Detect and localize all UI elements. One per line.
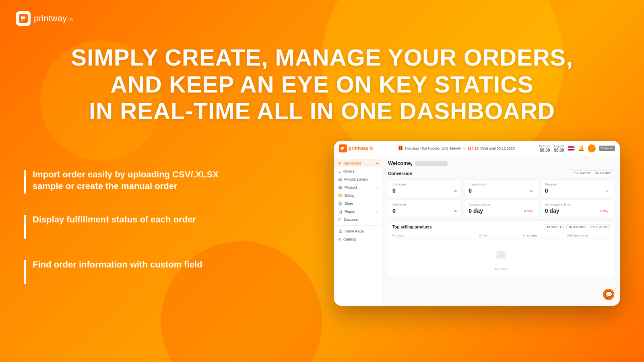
- unpaid-value: $0.00: [554, 148, 564, 152]
- dashboard-icon: ⊞: [338, 161, 341, 165]
- sidebar-item-billing[interactable]: 💳 Billing: [334, 191, 382, 200]
- sidebar-item-artwork[interactable]: 🖼 Artwork Library: [334, 175, 382, 183]
- hero-title: SIMPLY CREATE, MANAGE YOUR ORDERS, AND K…: [0, 44, 644, 125]
- main-logo: printway.io: [16, 11, 73, 26]
- hero-line-1: SIMPLY CREATE, MANAGE YOUR ORDERS,: [24, 44, 620, 71]
- unpaid-label: Unpaid: [554, 144, 564, 148]
- no-data-text: No data: [495, 267, 508, 271]
- sidebar-label-store: Store: [345, 202, 353, 206]
- stat-unit-sales-value: 0: [392, 187, 396, 194]
- user-avatar: [588, 144, 596, 152]
- stat-avg-production: Avg production 0 day 0 day↓: [464, 200, 538, 217]
- feature-text-1: Import order easily by uploading CSV/.XL…: [33, 169, 250, 192]
- feature-bar-2: [24, 215, 26, 239]
- main-content: Welcome, Conversion 31-10-2023 → 07-11-2…: [382, 156, 620, 306]
- dash-brand-accent: way: [359, 146, 369, 151]
- top-selling-section: Top selling products All Store ▾ 01-11-2…: [388, 220, 614, 278]
- sidebar-label-report: Report: [345, 210, 355, 214]
- feature-text-3: Find order information with custom field: [33, 259, 202, 271]
- stat-shipped-value: 0: [545, 187, 548, 194]
- dashboard-header-right: Balance $0.00 Unpaid $0.00 🔔 Titanium: [539, 144, 615, 152]
- conversion-date-range[interactable]: 31-10-2023 → 07-11-2023: [571, 170, 614, 176]
- stat-delivered-label: Delivered: [392, 203, 457, 206]
- stat-in-production: In production 0 0↓: [464, 179, 538, 197]
- no-data-icon: [493, 247, 509, 265]
- sidebar-item-store[interactable]: 🏪 Store: [334, 200, 382, 208]
- top-selling-date-range[interactable]: 01-11-2023 → 07-11-2023: [566, 224, 610, 230]
- stat-avg-production-label: Avg production: [469, 203, 533, 206]
- chat-bubble-button[interactable]: 💬: [603, 289, 614, 300]
- sidebar-label-orders: Orders: [343, 169, 355, 173]
- conversion-title: Conversion: [388, 171, 413, 176]
- sidebar-item-product[interactable]: 📦 Product ▾: [334, 183, 382, 191]
- stat-delivered-value: 0: [392, 208, 396, 214]
- logo-tld: .io: [67, 16, 73, 23]
- dash-brand-main: print: [349, 146, 359, 151]
- flag-icon: [568, 146, 575, 151]
- sidebar-item-homepage[interactable]: 🏠 Home Page: [334, 227, 382, 235]
- balance-value: $0.00: [539, 148, 551, 152]
- artwork-icon: 🖼: [338, 177, 342, 181]
- product-icon: 📦: [338, 185, 343, 189]
- logo-icon: [16, 11, 31, 26]
- chevron-down-icon: ▾: [560, 225, 561, 229]
- table-header: Products Order Unit sales Fulfilment cos…: [392, 232, 610, 239]
- report-icon: 📊: [338, 210, 343, 214]
- stat-avg-shipping-delta: 0 day↓: [600, 209, 610, 213]
- store-filter-label: All Store: [546, 225, 558, 229]
- stat-delivered: Delivered 0 0↓: [388, 200, 462, 217]
- welcome-name-blurred: [415, 161, 448, 166]
- svg-rect-1: [21, 20, 23, 21]
- hotdeal-banner: 🎁 Hot deal - Kid Hoodie (UK) $21.03 → $2…: [398, 146, 515, 151]
- bell-icon[interactable]: 🔔: [578, 145, 584, 151]
- unpaid-block: Unpaid $0.00: [554, 144, 564, 152]
- dashboard-logo-icon: [339, 144, 347, 152]
- feature-item-1: Import order easily by uploading CSV/.XL…: [24, 169, 250, 194]
- dashboard-logo: printway.io: [339, 144, 374, 152]
- sidebar-label-product: Product: [345, 185, 357, 189]
- store-icon: 🏪: [338, 202, 343, 206]
- hotdeal-old-price: $21.03: [450, 146, 461, 150]
- dashboard-body: ⊞ Dashboard ◀ ☰ Orders 🖼 Artwork Library…: [334, 156, 620, 306]
- stat-shipped: Shipped 0 0↓: [541, 179, 614, 197]
- hero-line-3: IN REAL-TIME ALL IN ONE DASHBOARD: [24, 98, 620, 125]
- feature-item-2: Display fulfillment status of each order: [24, 214, 250, 239]
- sidebar-label-homepage: Home Page: [345, 229, 364, 233]
- stat-shipped-label: Shipped: [545, 183, 610, 186]
- logo-brand-accent: way: [51, 13, 67, 23]
- feature-list: Import order easily by uploading CSV/.XL…: [24, 169, 250, 284]
- sidebar-collapse-arrow: ◀: [376, 162, 378, 165]
- stat-avg-production-delta: 0 day↓: [524, 209, 534, 213]
- feature-bar-1: [24, 170, 26, 194]
- stat-avg-shipping-label: Avg shipping time: [545, 203, 610, 206]
- col-products: Products: [392, 234, 477, 237]
- sidebar-item-catalog[interactable]: ⚙ Catalog: [334, 235, 382, 243]
- sidebar-label-catalog: Catalog: [343, 237, 356, 241]
- feature-item-3: Find order information with custom field: [24, 259, 250, 284]
- sidebar-item-orders[interactable]: ☰ Orders: [334, 167, 382, 175]
- sidebar-item-discount[interactable]: 🏷 Discount: [334, 216, 382, 224]
- product-expand-arrow: ▾: [376, 186, 378, 189]
- sidebar-label-discount: Discount: [344, 218, 358, 222]
- dashboard-header: printway.io 🎁 Hot deal - Kid Hoodie (UK)…: [334, 141, 620, 156]
- svg-rect-2: [341, 149, 343, 150]
- sidebar-item-dashboard[interactable]: ⊞ Dashboard ◀: [334, 159, 382, 167]
- sidebar-divider: [334, 225, 382, 226]
- dash-brand-text: printway.io: [349, 146, 374, 151]
- feature-bar-3: [24, 260, 26, 284]
- stat-in-production-row: 0 0↓: [469, 187, 533, 194]
- no-data-container: No data: [392, 241, 610, 274]
- hotdeal-new-price: $20.53: [468, 146, 479, 150]
- stats-grid: Unit sales 0 0↓ In production 0 0↓: [388, 179, 614, 217]
- sidebar: ⊞ Dashboard ◀ ☰ Orders 🖼 Artwork Library…: [334, 156, 382, 306]
- sidebar-item-report[interactable]: 📊 Report ▾: [334, 208, 382, 216]
- store-select[interactable]: All Store ▾: [544, 224, 564, 230]
- stat-unit-sales-row: 0 0↓: [392, 187, 457, 194]
- stat-avg-shipping-row: 0 day 0 day↓: [545, 208, 610, 214]
- sidebar-label-dashboard: Dashboard: [343, 161, 361, 165]
- discount-icon: 🏷: [338, 218, 342, 222]
- stat-avg-shipping: Avg shipping time 0 day 0 day↓: [541, 200, 614, 217]
- welcome-message: Welcome,: [388, 160, 614, 166]
- stat-unit-sales-label: Unit sales: [392, 183, 457, 186]
- balance-label: Balance: [539, 144, 551, 148]
